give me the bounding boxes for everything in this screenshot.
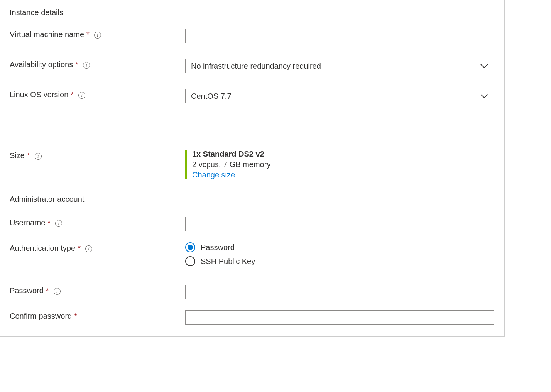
auth-type-radio-group: Password SSH Public Key <box>185 242 494 266</box>
required-indicator: * <box>78 244 81 253</box>
label-username: Username * i <box>10 217 185 227</box>
vm-name-input[interactable] <box>185 29 494 43</box>
label-confirm-password: Confirm password * <box>10 310 185 321</box>
size-subtitle: 2 vcpus, 7 GB memory <box>192 160 494 169</box>
section-heading-instance-details: Instance details <box>10 8 495 17</box>
radio-unchecked-icon <box>185 256 195 266</box>
availability-select[interactable]: No infrastructure redundancy required <box>185 59 494 73</box>
label-size: Size * i <box>10 150 185 160</box>
info-icon[interactable]: i <box>54 288 61 295</box>
row-os-version: Linux OS version * i CentOS 7.7 <box>10 89 495 103</box>
auth-type-radio-ssh[interactable]: SSH Public Key <box>185 256 494 266</box>
label-password: Password * i <box>10 285 185 295</box>
password-input[interactable] <box>185 285 494 299</box>
required-indicator: * <box>86 30 90 39</box>
row-password: Password * i <box>10 285 495 299</box>
radio-checked-icon <box>185 242 195 252</box>
required-indicator: * <box>46 286 49 295</box>
section-heading-admin-account: Administrator account <box>10 195 495 204</box>
row-availability: Availability options * i No infrastructu… <box>10 59 495 73</box>
username-input[interactable] <box>185 217 494 231</box>
size-summary: 1x Standard DS2 v2 2 vcpus, 7 GB memory … <box>185 150 494 179</box>
required-indicator: * <box>71 90 74 99</box>
info-icon[interactable]: i <box>78 92 85 99</box>
row-username: Username * i <box>10 217 495 231</box>
info-icon[interactable]: i <box>85 245 92 252</box>
info-icon[interactable]: i <box>35 153 42 160</box>
row-auth-type: Authentication type * i Password SSH Pub… <box>10 242 495 266</box>
row-size: Size * i 1x Standard DS2 v2 2 vcpus, 7 G… <box>10 150 495 179</box>
row-vm-name: Virtual machine name * i <box>10 29 495 43</box>
label-vm-name: Virtual machine name * i <box>10 29 185 39</box>
instance-details-panel: Instance details Virtual machine name * … <box>0 0 505 337</box>
required-indicator: * <box>75 60 78 69</box>
required-indicator: * <box>74 312 77 321</box>
auth-type-radio-password[interactable]: Password <box>185 242 494 252</box>
row-confirm-password: Confirm password * <box>10 310 495 325</box>
change-size-link[interactable]: Change size <box>192 171 235 179</box>
label-os-version: Linux OS version * i <box>10 89 185 99</box>
size-title: 1x Standard DS2 v2 <box>192 150 494 159</box>
info-icon[interactable]: i <box>55 220 62 227</box>
info-icon[interactable]: i <box>94 32 101 39</box>
label-availability: Availability options * i <box>10 59 185 69</box>
os-version-select[interactable]: CentOS 7.7 <box>185 89 494 103</box>
required-indicator: * <box>27 151 30 160</box>
label-auth-type: Authentication type * i <box>10 242 185 253</box>
required-indicator: * <box>47 218 51 227</box>
confirm-password-input[interactable] <box>185 310 494 325</box>
info-icon[interactable]: i <box>83 62 90 69</box>
